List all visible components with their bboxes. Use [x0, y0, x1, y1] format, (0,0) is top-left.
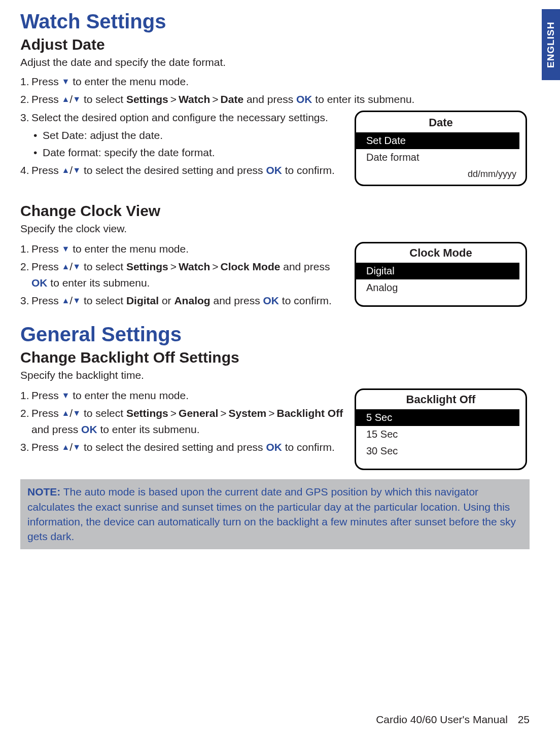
separator: > — [218, 407, 228, 419]
step-number: 4. — [20, 162, 31, 179]
step-text: Press ▲/▼ to select Settings>General>Sys… — [31, 405, 343, 438]
sub-item: • Set Date: adjust the date. — [33, 127, 343, 144]
step-text: Press ▲/▼ to select the desired setting … — [31, 162, 343, 179]
device-screen-clock: Clock Mode Digital Analog — [355, 242, 527, 307]
device-screen-date: Date Set Date Date format dd/mm/yyyy — [355, 111, 527, 186]
triangle-down-icon: ▼ — [73, 93, 81, 106]
device-menu-item-selected: Digital — [356, 263, 526, 279]
step-text: Select the desired option and configure … — [31, 110, 343, 126]
separator: > — [210, 261, 220, 272]
triangle-down-icon: ▼ — [73, 441, 81, 454]
triangle-down-icon: ▼ — [73, 407, 81, 420]
text: and press — [31, 423, 81, 435]
text: Press — [31, 76, 62, 87]
list-item: 2. Press ▲/▼ to select Settings>Watch>Cl… — [20, 259, 343, 292]
bold: System — [229, 407, 267, 419]
intro-clock: Specify the clock view. — [20, 223, 530, 235]
bullet-icon: • — [33, 145, 43, 161]
text: to enter its submenu. — [97, 423, 200, 435]
triangle-down-icon: ▼ — [73, 164, 81, 177]
triangle-up-icon: ▲ — [62, 407, 70, 420]
separator: > — [210, 93, 220, 105]
device-col: Date Set Date Date format dd/mm/yyyy — [355, 109, 530, 186]
separator: > — [168, 407, 179, 419]
step-text: Press ▼ to enter the menu mode. — [31, 241, 343, 258]
bold: Digital — [126, 295, 159, 306]
bold: Clock Mode — [221, 261, 281, 272]
step-text: Press ▼ to enter the menu mode. — [31, 387, 343, 404]
text: and press — [243, 93, 296, 105]
text: or — [159, 295, 174, 306]
separator: > — [266, 407, 276, 419]
clock-steps: 1. Press ▼ to enter the menu mode. 2. Pr… — [20, 240, 343, 310]
bullet-icon: • — [33, 127, 43, 144]
note-label: NOTE: — [27, 486, 60, 498]
list-item: 3. Select the desired option and configu… — [20, 110, 343, 126]
note-box: NOTE: The auto mode is based upon the cu… — [20, 479, 530, 549]
subheading-adjust-date: Adjust Date — [20, 36, 530, 53]
triangle-up-icon: ▲ — [62, 441, 70, 454]
text: to select — [81, 261, 126, 272]
device-menu-item: 30 Sec — [356, 443, 526, 459]
text: Press — [31, 441, 62, 453]
bold: Date — [221, 93, 244, 105]
sub-text: Set Date: adjust the date. — [43, 127, 343, 144]
device-menu-item: 15 Sec — [356, 426, 526, 443]
separator: > — [168, 261, 179, 272]
row-clock: 1. Press ▼ to enter the menu mode. 2. Pr… — [20, 240, 530, 310]
text: Press — [31, 295, 62, 306]
bold: Settings — [126, 261, 168, 272]
step-number: 1. — [20, 74, 31, 90]
step-number: 2. — [20, 91, 31, 108]
text: to select — [81, 407, 126, 419]
device-screen-backlight: Backlight Off 5 Sec 15 Sec 30 Sec — [355, 388, 527, 470]
page-content: Watch Settings Adjust Date Adjust the da… — [0, 0, 560, 549]
device-menu-item-selected: Set Date — [356, 132, 526, 149]
step-number: 2. — [20, 405, 31, 438]
ok-text: OK — [81, 423, 97, 435]
triangle-down-icon: ▼ — [62, 243, 70, 256]
subheading-clock: Change Clock View — [20, 202, 530, 220]
bold: Backlight Off — [277, 407, 343, 419]
list-item: 1. Press ▼ to enter the menu mode. — [20, 241, 343, 258]
row-step3-date: 3. Select the desired option and configu… — [20, 109, 530, 186]
text: to confirm. — [279, 295, 332, 306]
text: Press — [31, 93, 62, 105]
ok-text: OK — [31, 277, 48, 289]
text: to enter its submenu. — [48, 277, 150, 289]
device-footnote: dd/mm/yyyy — [356, 169, 526, 180]
step-text: Press ▼ to enter the menu mode. — [31, 74, 530, 90]
footer-title: Cardio 40/60 User's Manual — [376, 714, 508, 725]
list-item: 1. Press ▼ to enter the menu mode. — [20, 387, 343, 404]
device-col: Backlight Off 5 Sec 15 Sec 30 Sec — [355, 386, 530, 470]
triangle-down-icon: ▼ — [73, 295, 81, 307]
row-backlight: 1. Press ▼ to enter the menu mode. 2. Pr… — [20, 386, 530, 470]
triangle-down-icon: ▼ — [73, 261, 81, 273]
text: to enter the menu mode. — [69, 389, 189, 401]
text: to enter its submenu. — [312, 93, 414, 105]
list-item: 2. Press ▲/▼ to select Settings>Watch>Da… — [20, 91, 530, 108]
bold: Settings — [126, 93, 168, 105]
triangle-down-icon: ▼ — [62, 76, 70, 88]
text: to select the desired setting and press — [81, 164, 266, 176]
text: and press — [280, 261, 330, 272]
ok-text: OK — [266, 441, 282, 453]
ok-text: OK — [266, 164, 282, 176]
text: Press — [31, 243, 62, 255]
backlight-steps: 1. Press ▼ to enter the menu mode. 2. Pr… — [20, 386, 343, 456]
language-tab: ENGLISH — [542, 9, 560, 80]
device-title: Backlight Off — [356, 393, 526, 406]
text: to select — [81, 295, 126, 306]
text: Press — [31, 389, 62, 401]
intro-adjust-date: Adjust the date and specify the date for… — [20, 56, 530, 68]
text: to confirm. — [282, 441, 335, 453]
step-number: 3. — [20, 110, 31, 126]
triangle-up-icon: ▲ — [62, 295, 70, 307]
triangle-up-icon: ▲ — [62, 164, 70, 177]
triangle-up-icon: ▲ — [62, 261, 70, 273]
sub-text: Date format: specify the date format. — [43, 145, 343, 161]
step-text: Press ▲/▼ to select Settings>Watch>Clock… — [31, 259, 343, 292]
text: Press — [31, 164, 62, 176]
list-item: 1. Press ▼ to enter the menu mode. — [20, 74, 530, 90]
step-number: 3. — [20, 439, 31, 456]
